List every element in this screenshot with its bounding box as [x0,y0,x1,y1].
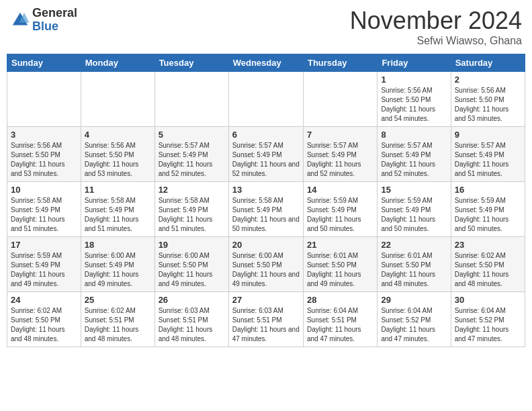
calendar-cell: 30Sunrise: 6:04 AM Sunset: 5:52 PM Dayli… [451,292,525,347]
calendar-cell: 13Sunrise: 5:58 AM Sunset: 5:49 PM Dayli… [228,182,303,237]
day-info: Sunrise: 6:04 AM Sunset: 5:51 PM Dayligh… [307,306,373,344]
logo: General Blue [10,7,77,34]
calendar-cell: 7Sunrise: 5:57 AM Sunset: 5:49 PM Daylig… [303,127,377,182]
day-info: Sunrise: 5:57 AM Sunset: 5:49 PM Dayligh… [232,141,300,179]
calendar-cell: 19Sunrise: 6:00 AM Sunset: 5:50 PM Dayli… [154,237,228,292]
day-info: Sunrise: 5:59 AM Sunset: 5:49 PM Dayligh… [307,196,373,234]
day-number: 17 [11,240,77,250]
calendar-week-1: 3Sunrise: 5:56 AM Sunset: 5:50 PM Daylig… [7,127,525,182]
day-info: Sunrise: 5:56 AM Sunset: 5:50 PM Dayligh… [85,141,151,179]
day-info: Sunrise: 6:00 AM Sunset: 5:50 PM Dayligh… [232,251,300,289]
month-title: November 2024 [350,7,522,35]
weekday-header-thursday: Thursday [303,54,377,72]
calendar-cell: 18Sunrise: 6:00 AM Sunset: 5:49 PM Dayli… [81,237,154,292]
day-info: Sunrise: 6:04 AM Sunset: 5:52 PM Dayligh… [381,306,447,344]
day-number: 16 [455,185,521,195]
calendar-cell [7,72,81,127]
day-info: Sunrise: 6:01 AM Sunset: 5:50 PM Dayligh… [381,251,447,289]
calendar-cell [303,72,377,127]
calendar-cell: 29Sunrise: 6:04 AM Sunset: 5:52 PM Dayli… [378,292,451,347]
day-info: Sunrise: 6:00 AM Sunset: 5:50 PM Dayligh… [159,251,225,289]
day-number: 4 [85,130,151,140]
day-info: Sunrise: 5:58 AM Sunset: 5:49 PM Dayligh… [85,196,151,234]
title-block: November 2024 Sefwi Wiawso, Ghana [350,7,522,47]
logo-text: General Blue [32,7,77,34]
day-info: Sunrise: 5:57 AM Sunset: 5:49 PM Dayligh… [381,141,447,179]
calendar-cell: 28Sunrise: 6:04 AM Sunset: 5:51 PM Dayli… [303,292,377,347]
calendar-week-2: 10Sunrise: 5:58 AM Sunset: 5:49 PM Dayli… [7,182,525,237]
calendar-week-0: 1Sunrise: 5:56 AM Sunset: 5:50 PM Daylig… [7,72,525,127]
logo-general: General [32,7,77,20]
day-info: Sunrise: 6:02 AM Sunset: 5:51 PM Dayligh… [85,306,151,344]
calendar-cell: 8Sunrise: 5:57 AM Sunset: 5:49 PM Daylig… [378,127,451,182]
day-number: 7 [307,130,373,140]
day-number: 20 [232,240,300,250]
day-number: 22 [381,240,447,250]
day-number: 6 [232,130,300,140]
day-number: 25 [85,295,151,305]
day-info: Sunrise: 5:59 AM Sunset: 5:49 PM Dayligh… [381,196,447,234]
calendar-cell: 25Sunrise: 6:02 AM Sunset: 5:51 PM Dayli… [81,292,154,347]
calendar-cell: 23Sunrise: 6:02 AM Sunset: 5:50 PM Dayli… [451,237,525,292]
day-info: Sunrise: 6:03 AM Sunset: 5:51 PM Dayligh… [232,306,300,344]
calendar-cell: 9Sunrise: 5:57 AM Sunset: 5:49 PM Daylig… [451,127,525,182]
day-info: Sunrise: 5:56 AM Sunset: 5:50 PM Dayligh… [455,86,521,124]
calendar-cell: 15Sunrise: 5:59 AM Sunset: 5:49 PM Dayli… [378,182,451,237]
day-number: 3 [11,130,77,140]
day-number: 10 [11,185,77,195]
day-number: 24 [11,295,77,305]
calendar-table: SundayMondayTuesdayWednesdayThursdayFrid… [7,54,525,347]
logo-icon [10,10,30,30]
day-number: 14 [307,185,373,195]
day-info: Sunrise: 5:57 AM Sunset: 5:49 PM Dayligh… [307,141,373,179]
day-number: 1 [381,75,447,85]
day-number: 18 [85,240,151,250]
day-info: Sunrise: 5:58 AM Sunset: 5:49 PM Dayligh… [159,196,225,234]
day-info: Sunrise: 5:57 AM Sunset: 5:49 PM Dayligh… [455,141,521,179]
calendar-cell: 17Sunrise: 5:59 AM Sunset: 5:49 PM Dayli… [7,237,81,292]
calendar-cell: 11Sunrise: 5:58 AM Sunset: 5:49 PM Dayli… [81,182,154,237]
day-info: Sunrise: 5:56 AM Sunset: 5:50 PM Dayligh… [381,86,447,124]
day-info: Sunrise: 5:56 AM Sunset: 5:50 PM Dayligh… [11,141,77,179]
calendar-cell: 21Sunrise: 6:01 AM Sunset: 5:50 PM Dayli… [303,237,377,292]
weekday-header-sunday: Sunday [7,54,81,72]
day-info: Sunrise: 6:01 AM Sunset: 5:50 PM Dayligh… [307,251,373,289]
day-info: Sunrise: 6:02 AM Sunset: 5:50 PM Dayligh… [455,251,521,289]
day-number: 15 [381,185,447,195]
calendar-cell [81,72,154,127]
day-info: Sunrise: 5:59 AM Sunset: 5:49 PM Dayligh… [455,196,521,234]
weekday-header-saturday: Saturday [451,54,525,72]
calendar-cell: 26Sunrise: 6:03 AM Sunset: 5:51 PM Dayli… [154,292,228,347]
day-info: Sunrise: 6:02 AM Sunset: 5:50 PM Dayligh… [11,306,77,344]
day-number: 21 [307,240,373,250]
day-number: 27 [232,295,300,305]
calendar-week-4: 24Sunrise: 6:02 AM Sunset: 5:50 PM Dayli… [7,292,525,347]
day-info: Sunrise: 5:58 AM Sunset: 5:49 PM Dayligh… [232,196,300,234]
day-info: Sunrise: 6:04 AM Sunset: 5:52 PM Dayligh… [455,306,521,344]
weekday-header-wednesday: Wednesday [228,54,303,72]
day-number: 28 [307,295,373,305]
day-info: Sunrise: 6:00 AM Sunset: 5:49 PM Dayligh… [85,251,151,289]
calendar-cell: 3Sunrise: 5:56 AM Sunset: 5:50 PM Daylig… [7,127,81,182]
day-number: 29 [381,295,447,305]
day-number: 23 [455,240,521,250]
calendar-cell: 5Sunrise: 5:57 AM Sunset: 5:49 PM Daylig… [154,127,228,182]
day-number: 2 [455,75,521,85]
weekday-header-friday: Friday [378,54,451,72]
day-number: 8 [381,130,447,140]
calendar-cell: 1Sunrise: 5:56 AM Sunset: 5:50 PM Daylig… [378,72,451,127]
calendar-cell: 20Sunrise: 6:00 AM Sunset: 5:50 PM Dayli… [228,237,303,292]
page-header: General Blue November 2024 Sefwi Wiawso,… [7,7,525,47]
calendar-cell: 2Sunrise: 5:56 AM Sunset: 5:50 PM Daylig… [451,72,525,127]
calendar-cell: 27Sunrise: 6:03 AM Sunset: 5:51 PM Dayli… [228,292,303,347]
day-info: Sunrise: 6:03 AM Sunset: 5:51 PM Dayligh… [159,306,225,344]
logo-blue: Blue [32,20,77,34]
day-number: 12 [159,185,225,195]
calendar-cell: 14Sunrise: 5:59 AM Sunset: 5:49 PM Dayli… [303,182,377,237]
calendar-cell [228,72,303,127]
day-number: 30 [455,295,521,305]
calendar-cell: 24Sunrise: 6:02 AM Sunset: 5:50 PM Dayli… [7,292,81,347]
day-info: Sunrise: 5:58 AM Sunset: 5:49 PM Dayligh… [11,196,77,234]
calendar-cell: 10Sunrise: 5:58 AM Sunset: 5:49 PM Dayli… [7,182,81,237]
day-info: Sunrise: 5:59 AM Sunset: 5:49 PM Dayligh… [11,251,77,289]
